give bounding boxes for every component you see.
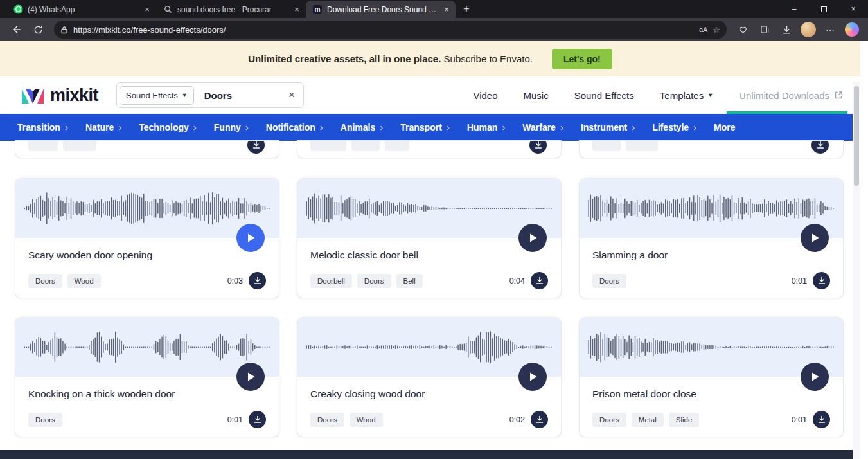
tag-pill[interactable]: Doorbell bbox=[310, 274, 352, 288]
duration: 0:01 bbox=[227, 415, 243, 424]
back-button[interactable] bbox=[6, 20, 26, 39]
download-button[interactable] bbox=[531, 411, 548, 428]
mixkit-logo[interactable]: mixkit bbox=[21, 86, 98, 105]
tag-pill[interactable]: Doors bbox=[592, 413, 626, 427]
nav-link-music[interactable]: Music bbox=[524, 90, 549, 101]
tag-pill[interactable] bbox=[385, 141, 409, 151]
downloads-icon[interactable] bbox=[777, 20, 796, 39]
download-button[interactable] bbox=[247, 141, 265, 154]
browser-tab[interactable]: (4) WhatsApp× bbox=[6, 1, 156, 18]
url-field[interactable]: https://mixkit.co/free-sound-effects/doo… bbox=[54, 21, 727, 39]
maximize-button[interactable] bbox=[809, 0, 838, 18]
tag-pill[interactable] bbox=[63, 141, 96, 151]
play-button[interactable] bbox=[801, 363, 829, 391]
browser-tab[interactable]: sound doors free - Procurar× bbox=[156, 1, 306, 18]
browser-tab[interactable]: mDownload Free Doors Sound Effects× bbox=[306, 1, 456, 18]
lets-go-button[interactable]: Let's go! bbox=[552, 49, 612, 69]
category-animals[interactable]: Animals› bbox=[341, 122, 383, 132]
play-button[interactable] bbox=[518, 224, 547, 252]
search-box: Sound Effects ▼ × bbox=[116, 82, 304, 108]
chevron-right-icon: › bbox=[447, 122, 450, 132]
refresh-button[interactable] bbox=[28, 20, 48, 39]
sound-title[interactable]: Knocking on a thick wooden door bbox=[28, 388, 266, 400]
minimize-button[interactable]: – bbox=[779, 0, 809, 18]
sound-title[interactable]: Creaky closing wood door bbox=[310, 388, 548, 400]
tag-pill[interactable] bbox=[626, 141, 658, 151]
play-button[interactable] bbox=[518, 363, 547, 391]
category-transition[interactable]: Transition› bbox=[17, 122, 68, 132]
category-funny[interactable]: Funny› bbox=[214, 122, 249, 132]
favorite-star-icon[interactable]: ☆ bbox=[713, 25, 720, 35]
download-button[interactable] bbox=[811, 141, 829, 154]
download-button[interactable] bbox=[813, 272, 830, 289]
tag-list: Doors bbox=[28, 413, 227, 427]
play-button[interactable] bbox=[801, 224, 829, 252]
tag-pill[interactable]: Doors bbox=[310, 413, 344, 427]
category-nature[interactable]: Nature› bbox=[85, 122, 121, 132]
category-notification[interactable]: Notification› bbox=[266, 122, 323, 132]
sound-title[interactable]: Prison metal door close bbox=[592, 388, 830, 400]
tag-pill[interactable]: Metal bbox=[632, 413, 664, 427]
sound-title[interactable]: Scary wooden door opening bbox=[28, 249, 266, 261]
category-instrument[interactable]: Instrument› bbox=[581, 122, 635, 132]
category-warfare[interactable]: Warfare› bbox=[522, 122, 563, 132]
search-category-dropdown[interactable]: Sound Effects ▼ bbox=[120, 86, 194, 105]
download-icon bbox=[254, 415, 261, 424]
tag-pill[interactable]: Doors bbox=[592, 274, 626, 288]
copilot-icon[interactable] bbox=[842, 20, 862, 39]
category-lifestyle[interactable]: Lifestyle› bbox=[652, 122, 696, 132]
settings-menu-icon[interactable]: ··· bbox=[820, 20, 840, 39]
play-icon bbox=[528, 372, 538, 382]
tag-pill[interactable] bbox=[592, 141, 621, 151]
download-button[interactable] bbox=[249, 411, 266, 428]
download-button[interactable] bbox=[531, 272, 548, 289]
browser-essentials-icon[interactable] bbox=[733, 20, 752, 39]
page-scrollbar[interactable] bbox=[853, 82, 860, 459]
sound-title[interactable]: Melodic classic door bell bbox=[310, 249, 548, 261]
category-more[interactable]: More bbox=[714, 122, 735, 132]
sound-title[interactable]: Slamming a door bbox=[592, 249, 830, 261]
search-category-label: Sound Effects bbox=[126, 91, 178, 100]
chevron-right-icon: › bbox=[118, 122, 121, 132]
play-button[interactable] bbox=[236, 363, 265, 391]
sound-card: Slamming a doorDoors0:01 bbox=[580, 179, 843, 298]
tag-pill[interactable] bbox=[28, 141, 58, 151]
download-button[interactable] bbox=[813, 411, 830, 428]
scrollbar-thumb[interactable] bbox=[854, 86, 859, 186]
nav-link-video[interactable]: Video bbox=[473, 90, 497, 101]
tag-pill[interactable]: Slide bbox=[669, 413, 700, 427]
category-label: Warfare bbox=[522, 122, 556, 132]
tag-pill[interactable]: Wood bbox=[67, 274, 101, 288]
tag-pill[interactable]: Doors bbox=[28, 274, 62, 288]
profile-avatar[interactable] bbox=[799, 20, 818, 39]
category-transport[interactable]: Transport› bbox=[400, 122, 450, 132]
tag-pill[interactable]: Wood bbox=[350, 413, 383, 427]
tab-close-icon[interactable]: × bbox=[292, 4, 302, 15]
sound-card: Melodic classic door bellDoorbellDoorsBe… bbox=[297, 179, 561, 298]
tab-close-icon[interactable]: × bbox=[142, 4, 152, 15]
category-technology[interactable]: Technology› bbox=[139, 122, 197, 132]
close-window-button[interactable]: × bbox=[838, 0, 868, 18]
download-button[interactable] bbox=[529, 141, 547, 154]
search-input[interactable] bbox=[197, 90, 280, 101]
tag-pill[interactable] bbox=[351, 141, 380, 151]
translate-icon[interactable]: aA bbox=[699, 26, 707, 33]
tag-pill[interactable]: Doors bbox=[28, 413, 62, 427]
tag-pill[interactable]: Doors bbox=[357, 274, 391, 288]
download-icon bbox=[536, 276, 544, 285]
nav-link-unlimited-downloads[interactable]: Unlimited Downloads bbox=[739, 90, 843, 101]
play-icon bbox=[810, 233, 820, 243]
tab-close-icon[interactable]: × bbox=[441, 4, 452, 15]
nav-link-sound-effects[interactable]: Sound Effects bbox=[574, 90, 634, 101]
clear-search-icon[interactable]: × bbox=[280, 89, 303, 102]
download-button[interactable] bbox=[249, 272, 266, 289]
nav-link-templates[interactable]: Templates▼ bbox=[660, 90, 713, 101]
new-tab-button[interactable]: + bbox=[458, 1, 475, 17]
tag-pill[interactable] bbox=[310, 141, 346, 151]
category-label: Nature bbox=[85, 122, 114, 132]
play-button[interactable] bbox=[236, 224, 265, 252]
tag-pill[interactable]: Bell bbox=[396, 274, 423, 288]
category-human[interactable]: Human› bbox=[467, 122, 505, 132]
mixkit-tab-icon: m bbox=[312, 4, 323, 15]
favorites-bar-icon[interactable] bbox=[755, 20, 774, 39]
